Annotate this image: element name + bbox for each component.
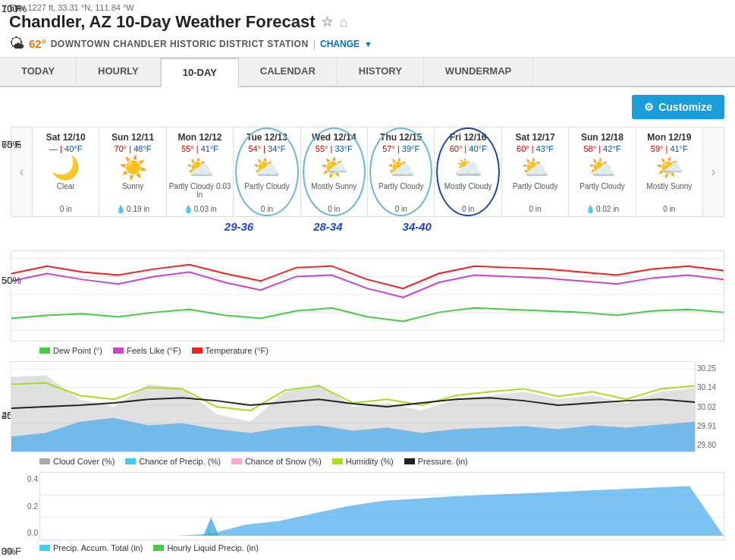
- accum-svg: [40, 473, 724, 540]
- legend-label-cloud: Cloud Cover (%): [53, 457, 115, 466]
- day-temps-6: 60° | 40°F: [436, 144, 499, 153]
- day-temps-0: — | 40°F: [34, 144, 97, 153]
- precip-y-labels-left: 100% 75% 50% 25% 0%: [0, 0, 29, 560]
- day-date-6: Fri 12/16: [436, 132, 499, 143]
- weather-icon-2: ⛅: [168, 156, 231, 179]
- weather-icon-4: 🌤️: [303, 156, 366, 179]
- accum-chart-container: 0.4 0.2 0.0: [11, 472, 724, 540]
- precip-svg: [11, 362, 695, 451]
- day-precip-6: 0 in: [436, 205, 499, 213]
- day-date-7: Sat 12/17: [504, 132, 567, 143]
- precip-chart-legend: Cloud Cover (%) Chance of Precip. (%) Ch…: [39, 457, 724, 466]
- day-condition-0: Clear: [34, 182, 97, 203]
- legend-cloud: Cloud Cover (%): [39, 457, 115, 466]
- day-precip-4: 0 in: [303, 205, 366, 213]
- day-precip-1: 💧0.19 in: [101, 205, 164, 213]
- legend-humidity: Humidity (%): [332, 457, 394, 466]
- page-title: Chandler, AZ 10-Day Weather Forecast ☆ ⌂: [9, 12, 726, 32]
- change-button[interactable]: CHANGE: [320, 39, 360, 49]
- nav-tabs: TODAY HOURLY 10-DAY CALENDAR HISTORY WUN…: [0, 58, 735, 87]
- legend-label-snow: Chance of Snow (%): [245, 457, 322, 466]
- day-condition-4: Mostly Sunny: [303, 182, 366, 203]
- tab-calendar[interactable]: CALENDAR: [239, 58, 338, 86]
- forecast-day-0[interactable]: Sat 12/10 — | 40°F 🌙 Clear 0 in: [33, 127, 99, 216]
- annotation-2: 34-40: [403, 220, 432, 233]
- forecast-day-7[interactable]: Sat 12/17 60° | 43°F ⛅ Partly Cloudy 0 i…: [502, 127, 569, 216]
- forecast-day-3[interactable]: Tue 12/13 54° | 34°F ⛅ Partly Cloudy 0 i…: [234, 127, 300, 216]
- weather-icon-6: 🌥️: [436, 156, 499, 179]
- weather-icon-3: ⛅: [235, 156, 298, 179]
- top-bar: Elev 1227 ft, 33.31 °N, 111.84 °W Chandl…: [0, 0, 735, 58]
- day-temps-1: 70° | 48°F: [101, 144, 164, 153]
- y-3002: 30.02: [697, 403, 723, 411]
- accum-chart-section: 0.4 0.2 0.0 Precip. Acc: [11, 472, 724, 552]
- weather-icon-1: ☀️: [101, 156, 164, 179]
- forecast-day-8[interactable]: Sun 12/18 58° | 42°F ⛅ Partly Cloudy 💧0.…: [569, 127, 636, 216]
- forecast-day-6[interactable]: Fri 12/16 60° | 40°F 🌥️ Mostly Cloudy 0 …: [435, 127, 501, 216]
- temp-svg: [11, 251, 724, 341]
- y-100pct: 100%: [2, 3, 27, 14]
- forecast-day-4[interactable]: Wed 12/14 55° | 33°F 🌤️ Mostly Sunny 0 i…: [301, 127, 368, 216]
- temp-chart-container: 70 F 60 F 50 F 40 F 30 F: [11, 250, 724, 341]
- y-0pct: 0%: [2, 546, 27, 557]
- day-temps-7: 60° | 43°F: [504, 144, 567, 153]
- precip-chart-container: 100% 75% 50% 25% 0%: [11, 361, 724, 452]
- day-condition-3: Partly Cloudy: [235, 182, 298, 203]
- gear-icon: ⚙: [644, 101, 654, 113]
- current-temp: 62°: [29, 37, 46, 50]
- station-name: DOWNTOWN CHANDLER HISTORIC DISTRICT STAT…: [51, 39, 309, 49]
- legend-color-accum: [39, 545, 50, 551]
- legend-color-cloud: [39, 458, 50, 464]
- day-precip-7: 0 in: [504, 205, 567, 213]
- day-date-9: Mon 12/19: [638, 132, 701, 143]
- legend-label-feels: Feels Like (°F): [127, 346, 181, 355]
- customize-bar: ⚙ Customize: [11, 95, 724, 119]
- day-precip-9: 0 in: [638, 205, 701, 213]
- legend-feels: Feels Like (°F): [113, 346, 181, 355]
- weather-icon-7: ⛅: [504, 156, 567, 179]
- weather-icon-9: 🌤️: [638, 156, 701, 179]
- next-nav[interactable]: ›: [702, 127, 724, 216]
- pipe-divider: |: [313, 38, 316, 49]
- forecast-day-5[interactable]: Thu 12/15 57° | 39°F ⛅ Partly Cloudy 0 i…: [368, 127, 435, 216]
- legend-color-snow: [231, 458, 242, 464]
- tab-10day[interactable]: 10-DAY: [161, 58, 239, 87]
- legend-label-accum: Precip. Accum. Total (in): [53, 543, 143, 552]
- legend-hourly-precip: Hourly Liquid Precip. (in): [153, 543, 258, 552]
- weather-icon-0: 🌙: [34, 156, 97, 179]
- forecast-day-1[interactable]: Sun 12/11 70° | 48°F ☀️ Sunny 💧0.19 in: [99, 127, 166, 216]
- customize-label: Customize: [658, 101, 712, 113]
- temp-chart-legend: Dew Point (°) Feels Like (°F) Temperatur…: [39, 346, 724, 355]
- tab-wundermap[interactable]: WUNDERMAP: [424, 58, 533, 86]
- legend-dew: Dew Point (°): [39, 346, 102, 355]
- legend-color-temp: [192, 348, 203, 354]
- customize-button[interactable]: ⚙ Customize: [632, 95, 724, 119]
- home-icon[interactable]: ⌂: [339, 14, 347, 30]
- day-temps-3: 54° | 34°F: [235, 144, 298, 153]
- svg-marker-15: [203, 518, 218, 536]
- tab-history[interactable]: HISTORY: [338, 58, 424, 86]
- day-temps-9: 59° | 41°F: [638, 144, 701, 153]
- day-date-2: Mon 12/12: [168, 132, 231, 143]
- temp-chart-section: 70 F 60 F 50 F 40 F 30 F: [11, 250, 724, 355]
- legend-pressure: Pressure. (in): [404, 457, 468, 466]
- legend-precip: Chance of Precip. (%): [125, 457, 221, 466]
- accum-chart: [39, 472, 724, 540]
- forecast-day-9[interactable]: Mon 12/19 59° | 41°F 🌤️ Mostly Sunny 0 i…: [636, 127, 702, 216]
- elevation-info: Elev 1227 ft, 33.31 °N, 111.84 °W: [9, 3, 726, 12]
- y-2991: 29.91: [697, 422, 723, 430]
- precip-chart-section: 100% 75% 50% 25% 0%: [11, 361, 724, 466]
- precip-chart: [11, 361, 696, 452]
- legend-label-precip: Chance of Precip. (%): [139, 457, 221, 466]
- day-condition-9: Mostly Sunny: [638, 182, 701, 203]
- tab-hourly[interactable]: HOURLY: [77, 58, 161, 86]
- y-50pct: 50%: [2, 275, 27, 286]
- annotation-0: 29-36: [225, 220, 253, 233]
- accum-chart-legend: Precip. Accum. Total (in) Hourly Liquid …: [39, 543, 724, 552]
- forecast-day-2[interactable]: Mon 12/12 55° | 41°F ⛅ Partly Cloudy 0.0…: [167, 127, 234, 216]
- legend-accum: Precip. Accum. Total (in): [39, 543, 143, 552]
- svg-marker-14: [40, 486, 724, 536]
- title-text: Chandler, AZ 10-Day Weather Forecast: [9, 12, 315, 32]
- y-3025: 30.25: [697, 364, 723, 373]
- star-icon[interactable]: ☆: [321, 14, 333, 30]
